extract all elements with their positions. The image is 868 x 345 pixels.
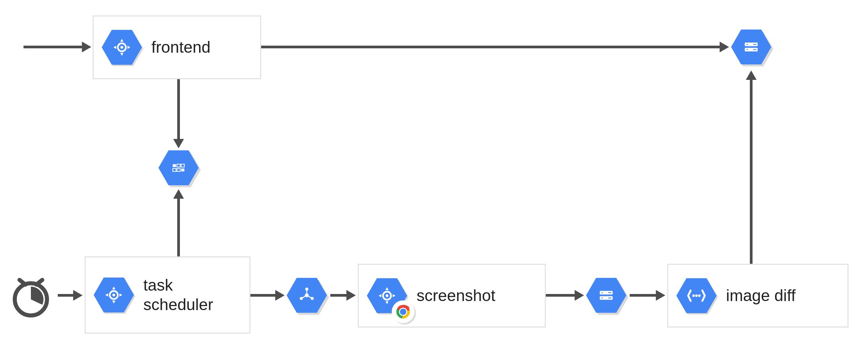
arrow-head-icon [173, 139, 184, 148]
image-diff-label: image diff [726, 286, 796, 305]
svg-rect-24 [173, 164, 176, 167]
arrow-head-icon [656, 290, 665, 301]
svg-rect-42 [608, 298, 612, 299]
svg-marker-5 [128, 45, 130, 49]
svg-marker-11 [120, 293, 122, 297]
scheduler-clock-icon [7, 274, 54, 322]
arrow-head-icon [82, 42, 91, 52]
svg-point-13 [386, 294, 389, 297]
cloud-run-icon [102, 30, 142, 65]
svg-line-51 [36, 280, 42, 285]
svg-marker-2 [120, 39, 124, 42]
svg-point-39 [601, 292, 603, 293]
svg-marker-9 [112, 301, 116, 303]
arrow [177, 79, 180, 139]
svg-point-23 [698, 294, 701, 297]
svg-point-1 [121, 46, 123, 49]
arrow [177, 198, 180, 256]
arrow [261, 45, 720, 48]
arrow [630, 294, 656, 297]
svg-point-45 [746, 43, 748, 45]
svg-rect-26 [181, 164, 185, 167]
cloud-tasks-icon [158, 150, 199, 185]
cloud-storage-icon [731, 30, 771, 64]
chrome-icon [392, 301, 414, 323]
svg-marker-8 [112, 287, 116, 289]
pubsub-icon [287, 278, 327, 313]
svg-point-46 [746, 49, 748, 50]
svg-marker-10 [105, 293, 108, 297]
svg-rect-47 [753, 44, 756, 44]
svg-rect-25 [177, 164, 180, 167]
arrow [330, 294, 347, 297]
arrow [24, 45, 83, 48]
node-screenshot: screenshot [358, 264, 546, 327]
svg-line-50 [20, 280, 26, 285]
svg-rect-41 [608, 292, 612, 293]
svg-point-22 [695, 294, 698, 297]
svg-point-7 [113, 294, 115, 296]
svg-marker-4 [114, 45, 116, 49]
svg-point-21 [692, 294, 695, 297]
svg-rect-28 [177, 168, 180, 171]
arrow-head-icon [720, 42, 729, 52]
cloud-run-icon [367, 278, 407, 313]
cloud-storage-icon [586, 278, 626, 313]
architecture-diagram: frontend task scheduler [0, 0, 868, 345]
node-frontend: frontend [93, 15, 261, 79]
node-image-diff: image diff [667, 264, 848, 327]
arrow-head-icon [73, 290, 83, 301]
arrow [750, 79, 752, 264]
arrow-head-icon [173, 189, 184, 199]
svg-marker-17 [393, 294, 395, 297]
svg-marker-3 [120, 53, 124, 56]
cloud-functions-icon [676, 278, 717, 313]
arrow [546, 294, 575, 297]
arrow [250, 294, 276, 297]
frontend-label: frontend [151, 38, 211, 57]
arrow-head-icon [575, 290, 584, 301]
arrow-head-icon [275, 290, 285, 301]
arrow-head-icon [346, 290, 356, 301]
svg-rect-29 [181, 168, 185, 171]
svg-marker-15 [385, 302, 389, 304]
svg-marker-16 [379, 294, 381, 297]
node-task-scheduler: task scheduler [85, 256, 250, 334]
svg-marker-14 [385, 287, 389, 290]
svg-point-40 [601, 297, 603, 299]
arrow-head-icon [746, 70, 756, 80]
svg-rect-48 [753, 49, 756, 50]
task-scheduler-label: task scheduler [143, 276, 213, 314]
svg-rect-27 [173, 168, 176, 171]
cloud-run-icon [94, 278, 134, 312]
arrow [58, 294, 74, 297]
screenshot-label: screenshot [416, 286, 495, 305]
